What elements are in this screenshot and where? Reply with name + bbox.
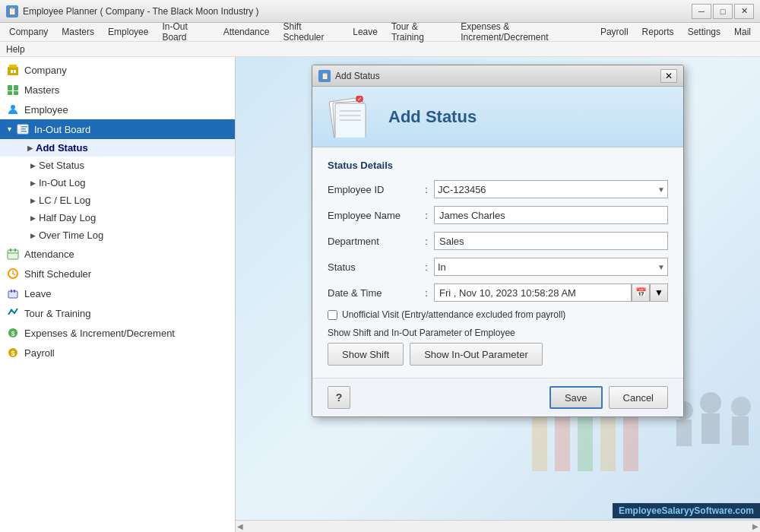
sidebar-item-halfdaylog[interactable]: ▶ Half Day Log xyxy=(0,209,235,226)
menu-bar: Company Masters Employee In-Out Board At… xyxy=(0,23,760,42)
addstatus-arrow-icon: ▶ xyxy=(27,144,33,152)
sidebar-item-inoutboard[interactable]: ▼ In-Out Board xyxy=(0,119,235,139)
content-area: 📋 Add Status ✕ xyxy=(236,57,760,532)
sidebar-item-tourtraining[interactable]: Tour & Training xyxy=(0,303,235,323)
sidebar-item-shiftscheduler[interactable]: Shift Scheduler xyxy=(0,264,235,283)
status-label: Status xyxy=(328,261,419,273)
employee-id-colon: : xyxy=(419,184,434,195)
dialog-title-bar: 📋 Add Status ✕ xyxy=(312,65,683,87)
notebook-svg-icon: ✓ xyxy=(328,96,373,138)
overtimelog-arrow-icon: ▶ xyxy=(30,232,36,239)
expenses-icon: $ xyxy=(6,326,20,340)
help-menu-item[interactable]: Help xyxy=(6,44,25,55)
menu-payroll[interactable]: Payroll xyxy=(594,25,635,39)
horizontal-scrollbar[interactable]: ◀ ▶ xyxy=(236,520,760,532)
svg-text:$: $ xyxy=(11,330,14,337)
svg-rect-13 xyxy=(21,131,27,132)
sidebar-item-payroll[interactable]: $ Payroll xyxy=(0,343,235,363)
sidebar-label-tourtraining: Tour & Training xyxy=(24,308,90,319)
window-close-button[interactable]: ✕ xyxy=(734,4,754,19)
dialog-close-button[interactable]: ✕ xyxy=(660,69,677,83)
maximize-button[interactable]: □ xyxy=(713,4,733,19)
svg-rect-16 xyxy=(14,249,16,252)
svg-rect-6 xyxy=(8,91,12,95)
menu-inoutboard[interactable]: In-Out Board xyxy=(156,20,215,44)
inoutboard-icon xyxy=(16,122,30,136)
svg-rect-7 xyxy=(14,91,18,95)
datetime-dropdown-button[interactable]: ▼ xyxy=(650,283,668,302)
menu-settings[interactable]: Settings xyxy=(682,25,727,39)
cancel-button[interactable]: Cancel xyxy=(609,386,668,409)
leave-icon xyxy=(6,287,20,300)
svg-point-8 xyxy=(11,105,15,109)
employee-id-select[interactable]: JC-123456 xyxy=(434,180,668,198)
scroll-right-arrow[interactable]: ▶ xyxy=(751,522,760,530)
svg-text:✓: ✓ xyxy=(357,97,362,102)
svg-rect-19 xyxy=(8,291,17,298)
menu-attendance[interactable]: Attendance xyxy=(217,25,276,39)
sidebar-item-leave[interactable]: Leave xyxy=(0,283,235,303)
sidebar-item-employee[interactable]: Employee xyxy=(0,100,235,119)
svg-rect-5 xyxy=(14,85,18,90)
sidebar-item-addstatus[interactable]: ▶ Add Status xyxy=(0,139,235,157)
watermark-text: EmployeeSalaryySoftware.com xyxy=(619,505,754,516)
help-button[interactable]: ? xyxy=(328,386,350,409)
dialog-header-title: Add Status xyxy=(388,107,477,127)
shift-section-label: Show Shift and In-Out Parameter of Emplo… xyxy=(328,328,668,338)
status-select[interactable]: In Out xyxy=(434,258,668,276)
sidebar-label-shiftscheduler: Shift Scheduler xyxy=(24,268,91,280)
menu-masters[interactable]: Masters xyxy=(55,25,100,39)
minimize-button[interactable]: ─ xyxy=(692,4,711,19)
sidebar-item-attendance[interactable]: Attendance xyxy=(0,244,235,264)
sidebar-label-lcellog: LC / EL Log xyxy=(39,195,90,206)
menu-leave[interactable]: Leave xyxy=(347,25,384,39)
menu-reports[interactable]: Reports xyxy=(636,25,680,39)
sidebar-item-setstatus[interactable]: ▶ Set Status xyxy=(0,157,235,174)
show-inout-parameter-button[interactable]: Show In-Out Parameter xyxy=(410,343,543,366)
employee-name-label: Employee Name xyxy=(328,210,419,221)
datetime-picker-button[interactable]: 📅 xyxy=(632,283,650,302)
show-shift-button[interactable]: Show Shift xyxy=(328,343,404,366)
unofficial-visit-label: Unofficial Visit (Entry/attendance exclu… xyxy=(342,309,565,320)
sidebar-item-company[interactable]: Company xyxy=(0,60,235,80)
department-input[interactable] xyxy=(434,232,668,250)
department-label: Department xyxy=(328,236,419,247)
dialog-overlay: 📋 Add Status ✕ xyxy=(236,57,760,532)
masters-icon xyxy=(6,83,20,97)
svg-rect-15 xyxy=(10,249,11,252)
sidebar-item-expenses[interactable]: $ Expenses & Increment/Decrement xyxy=(0,323,235,343)
menu-shiftscheduler[interactable]: Shift Scheduler xyxy=(277,20,345,44)
department-colon: : xyxy=(419,236,434,247)
employee-id-row: Employee ID : JC-123456 ▼ xyxy=(328,180,668,198)
datetime-input[interactable] xyxy=(434,283,632,302)
status-details-title: Status Details xyxy=(328,160,668,171)
menu-mail[interactable]: Mail xyxy=(728,25,757,39)
save-button[interactable]: Save xyxy=(549,386,603,409)
menu-employee[interactable]: Employee xyxy=(102,25,154,39)
scroll-left-arrow[interactable]: ◀ xyxy=(236,522,245,530)
lcellog-arrow-icon: ▶ xyxy=(30,197,36,204)
sidebar-item-inoutlog[interactable]: ▶ In-Out Log xyxy=(0,174,235,192)
main-area: Company Masters Employee ▼ In-Out Board … xyxy=(0,57,760,532)
menu-tourtraining[interactable]: Tour & Training xyxy=(385,20,453,44)
setstatus-arrow-icon: ▶ xyxy=(30,162,36,169)
employee-name-input[interactable] xyxy=(434,206,668,224)
inoutlog-arrow-icon: ▶ xyxy=(30,179,36,187)
sidebar-item-lcellog[interactable]: ▶ LC / EL Log xyxy=(0,192,235,209)
menu-expenses[interactable]: Expenses & Increment/Decrement xyxy=(454,20,593,44)
svg-rect-12 xyxy=(21,128,26,130)
sidebar-item-masters[interactable]: Masters xyxy=(0,80,235,100)
dialog-header: ✓ Add Status xyxy=(312,87,683,147)
menu-company[interactable]: Company xyxy=(3,25,54,39)
sidebar-label-addstatus: Add Status xyxy=(36,142,88,154)
svg-rect-14 xyxy=(8,250,18,259)
sidebar-item-overtimelog[interactable]: ▶ Over Time Log xyxy=(0,226,235,244)
employee-id-control: JC-123456 ▼ xyxy=(434,180,668,198)
employee-name-colon: : xyxy=(419,210,434,221)
employee-icon xyxy=(6,103,20,116)
sidebar-label-halfdaylog: Half Day Log xyxy=(39,212,96,223)
svg-rect-2 xyxy=(11,70,13,73)
unofficial-visit-checkbox[interactable] xyxy=(328,310,337,320)
datetime-colon: : xyxy=(419,287,434,299)
datetime-control: 📅 ▼ xyxy=(434,283,668,302)
